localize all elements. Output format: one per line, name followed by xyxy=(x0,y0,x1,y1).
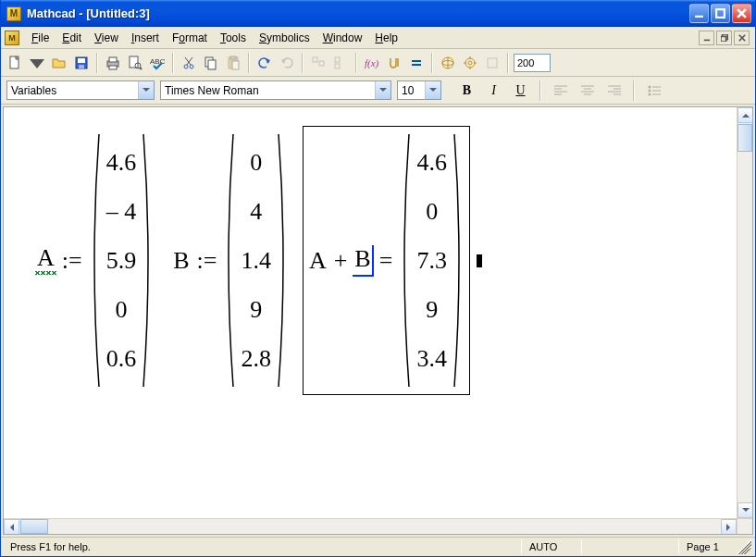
new-dropdown-icon[interactable] xyxy=(27,53,47,73)
resize-grip-icon[interactable] xyxy=(737,539,751,554)
menu-edit[interactable]: Edit xyxy=(56,30,88,46)
document-icon[interactable]: M xyxy=(5,31,19,45)
insert-function-button[interactable]: f(x) xyxy=(362,53,382,73)
scroll-thumb[interactable] xyxy=(737,124,752,152)
math-region-result[interactable]: A + B = 4.6 0 7.3 9 3.4 xyxy=(303,126,470,395)
worksheet[interactable]: A := 4.6 – 4 5.9 0 0.6 B := xyxy=(4,107,752,534)
spell-check-button[interactable]: ABC xyxy=(147,53,167,73)
new-button[interactable] xyxy=(5,53,25,73)
style-combo[interactable]: Variables xyxy=(6,80,155,100)
window-title: Mathcad - [Untitled:3] xyxy=(27,6,689,20)
matrix-cell: 0.6 xyxy=(106,336,137,381)
matrix-cell: 9 xyxy=(241,287,271,332)
svg-rect-13 xyxy=(79,65,84,68)
svg-point-24 xyxy=(190,65,193,68)
matrix-cell: 4.6 xyxy=(106,140,137,185)
svg-rect-32 xyxy=(313,57,317,62)
chevron-down-icon[interactable] xyxy=(138,81,154,99)
scroll-right-icon[interactable] xyxy=(721,519,737,534)
underline-button[interactable]: U xyxy=(510,80,531,101)
chevron-down-icon[interactable] xyxy=(425,81,440,99)
matrix-cell: 2.8 xyxy=(241,336,271,381)
align-regions-button xyxy=(308,53,328,73)
print-preview-button[interactable] xyxy=(125,53,145,73)
mdi-minimize-button[interactable] xyxy=(699,31,714,45)
align-right-button xyxy=(603,80,625,101)
scroll-up-icon[interactable] xyxy=(737,107,752,123)
menu-file[interactable]: File xyxy=(25,30,56,46)
insert-component-button[interactable] xyxy=(460,53,480,73)
svg-rect-35 xyxy=(335,64,340,68)
chevron-down-icon[interactable] xyxy=(375,81,390,99)
matrix-cell: 4.6 xyxy=(416,140,447,185)
calculate-button[interactable] xyxy=(406,53,427,73)
variable-b: B xyxy=(171,247,191,275)
mdi-restore-button[interactable] xyxy=(716,31,732,45)
status-help-text: Press F1 for help. xyxy=(5,541,519,552)
undo-button[interactable] xyxy=(254,53,275,73)
minimize-button[interactable] xyxy=(689,4,709,23)
equals-operator: = xyxy=(374,247,399,275)
align-center-button xyxy=(576,80,598,101)
menu-help[interactable]: Help xyxy=(368,30,404,46)
menu-tools[interactable]: Tools xyxy=(214,30,253,46)
svg-point-61 xyxy=(648,85,651,88)
status-auto: AUTO xyxy=(524,541,579,552)
bold-button[interactable]: B xyxy=(456,80,477,101)
math-region-b[interactable]: B := 0 4 1.4 9 2.8 xyxy=(167,127,293,394)
variable-a-ref: A xyxy=(307,247,328,275)
menu-symbolics[interactable]: Symbolics xyxy=(253,30,316,46)
font-combo[interactable]: Times New Roman xyxy=(160,80,391,100)
assign-operator: := xyxy=(192,247,223,275)
italic-button[interactable]: I xyxy=(483,80,504,101)
copy-button[interactable] xyxy=(201,53,221,73)
save-button[interactable] xyxy=(71,53,92,73)
insert-hyperlink-button[interactable] xyxy=(438,53,458,73)
cut-button[interactable] xyxy=(179,53,199,73)
print-button[interactable] xyxy=(103,53,123,73)
menu-window[interactable]: Window xyxy=(316,30,369,46)
matrix-cell: 3.4 xyxy=(416,336,447,381)
matrix-cell: 0 xyxy=(106,287,137,332)
align-left-button xyxy=(550,80,571,101)
svg-point-43 xyxy=(468,61,472,65)
style-combo-value: Variables xyxy=(7,84,138,97)
zoom-input[interactable]: 200 xyxy=(514,54,551,72)
size-combo[interactable]: 10 xyxy=(397,80,441,100)
svg-point-65 xyxy=(648,93,651,95)
open-button[interactable] xyxy=(49,53,69,73)
matrix-cell: 1.4 xyxy=(241,238,271,283)
svg-point-63 xyxy=(648,89,651,92)
plus-operator: + xyxy=(328,247,353,275)
menu-format[interactable]: Format xyxy=(166,30,214,46)
svg-marker-10 xyxy=(30,59,44,68)
svg-rect-48 xyxy=(488,58,497,68)
horizontal-scrollbar[interactable] xyxy=(4,518,737,534)
bullets-button xyxy=(643,80,664,101)
matrix-a: 4.6 – 4 5.9 0 0.6 xyxy=(88,132,155,389)
math-region-a[interactable]: A := 4.6 – 4 5.9 0 0.6 xyxy=(31,127,158,394)
font-combo-value: Times New Roman xyxy=(161,84,375,97)
matrix-cell: – 4 xyxy=(106,189,137,234)
size-combo-value: 10 xyxy=(398,84,425,97)
assign-operator: := xyxy=(56,247,88,275)
maximize-button[interactable] xyxy=(711,4,730,23)
svg-rect-29 xyxy=(232,61,239,69)
matrix-b: 0 4 1.4 9 2.8 xyxy=(222,132,290,389)
scroll-down-icon[interactable] xyxy=(737,502,752,518)
insert-unit-button[interactable] xyxy=(384,53,404,73)
matrix-cell: 7.3 xyxy=(416,238,447,283)
menu-insert[interactable]: Insert xyxy=(125,30,166,46)
vertical-scrollbar[interactable] xyxy=(737,107,752,518)
matrix-cell: 5.9 xyxy=(106,238,137,283)
svg-point-42 xyxy=(465,58,475,68)
svg-marker-31 xyxy=(281,58,286,64)
close-button[interactable] xyxy=(732,4,751,23)
mdi-close-button[interactable] xyxy=(734,31,750,45)
scroll-thumb[interactable] xyxy=(20,519,48,534)
matrix-cell: 9 xyxy=(416,287,447,332)
status-page: Page 1 xyxy=(681,541,737,552)
menu-view[interactable]: View xyxy=(88,30,125,46)
svg-rect-28 xyxy=(230,56,236,59)
scroll-left-icon[interactable] xyxy=(4,519,19,534)
